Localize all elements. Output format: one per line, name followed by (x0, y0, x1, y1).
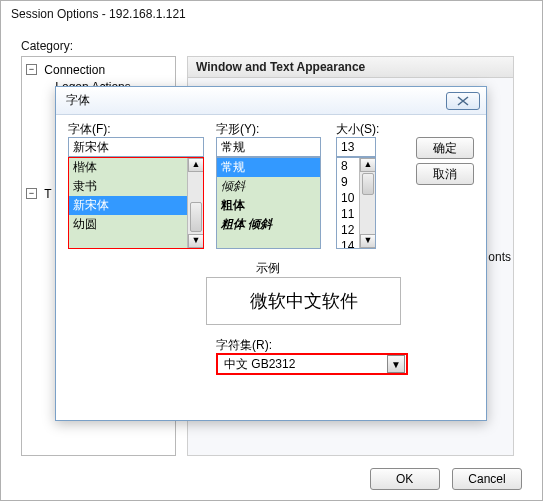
font-listbox[interactable]: 楷体 隶书 新宋体 幼圆 ▲ ▼ (68, 157, 204, 249)
style-listbox[interactable]: 常规 倾斜 粗体 粗体 倾斜 (216, 157, 321, 249)
list-item[interactable]: 隶书 (69, 177, 203, 196)
style-input[interactable] (216, 137, 321, 157)
sample-label: 示例 (256, 260, 280, 277)
tree-collapse-icon[interactable]: − (26, 188, 37, 199)
font-dialog: 字体 字体(F): 字形(Y): 大小(S): 楷体 隶书 新宋体 幼圆 ▲ ▼… (55, 86, 487, 421)
list-item[interactable]: 新宋体 (69, 196, 203, 215)
close-icon (456, 96, 470, 106)
sample-box: 微软中文软件 (206, 277, 401, 325)
list-item[interactable]: 粗体 (217, 196, 320, 215)
scroll-thumb[interactable] (362, 173, 374, 195)
scrollbar[interactable]: ▲ ▼ (359, 158, 375, 248)
chevron-down-icon[interactable]: ▼ (387, 355, 405, 373)
charset-label: 字符集(R): (216, 337, 272, 354)
scrollbar[interactable]: ▲ ▼ (187, 158, 203, 248)
size-listbox[interactable]: 8 9 10 11 12 14 16 ▲ ▼ (336, 157, 376, 249)
tree-item-connection[interactable]: − Connection (24, 61, 173, 78)
font-input[interactable] (68, 137, 204, 157)
tree-collapse-icon[interactable]: − (26, 64, 37, 75)
scroll-up-icon[interactable]: ▲ (360, 158, 376, 172)
cancel-button[interactable]: Cancel (452, 468, 522, 490)
charset-select[interactable]: 中文 GB2312 ▼ (216, 353, 408, 375)
font-dialog-titlebar[interactable]: 字体 (56, 87, 486, 115)
charset-value: 中文 GB2312 (218, 356, 387, 373)
font-ok-button[interactable]: 确定 (416, 137, 474, 159)
fonts-label-suffix: onts (488, 250, 511, 264)
tree-label-connection: Connection (44, 63, 105, 77)
window-title: Session Options - 192.168.1.121 (1, 1, 542, 29)
font-cancel-button[interactable]: 取消 (416, 163, 474, 185)
list-item[interactable]: 常规 (217, 158, 320, 177)
panel-header: Window and Text Appearance (187, 56, 514, 78)
scroll-up-icon[interactable]: ▲ (188, 158, 204, 172)
list-item[interactable]: 倾斜 (217, 177, 320, 196)
category-label: Category: (21, 39, 73, 53)
bottom-buttons: OK Cancel (362, 468, 522, 490)
list-item[interactable]: 幼圆 (69, 215, 203, 234)
font-label: 字体(F): (68, 121, 111, 138)
sample-text: 微软中文软件 (250, 289, 358, 313)
style-label: 字形(Y): (216, 121, 259, 138)
scroll-thumb[interactable] (190, 202, 202, 232)
scroll-down-icon[interactable]: ▼ (188, 234, 204, 248)
font-dialog-title: 字体 (66, 92, 90, 109)
list-item[interactable]: 楷体 (69, 158, 203, 177)
size-label: 大小(S): (336, 121, 379, 138)
list-item[interactable]: 粗体 倾斜 (217, 215, 320, 234)
ok-button[interactable]: OK (370, 468, 440, 490)
size-input[interactable] (336, 137, 376, 157)
tree-label-t: T (44, 186, 51, 200)
close-button[interactable] (446, 92, 480, 110)
scroll-down-icon[interactable]: ▼ (360, 234, 376, 248)
